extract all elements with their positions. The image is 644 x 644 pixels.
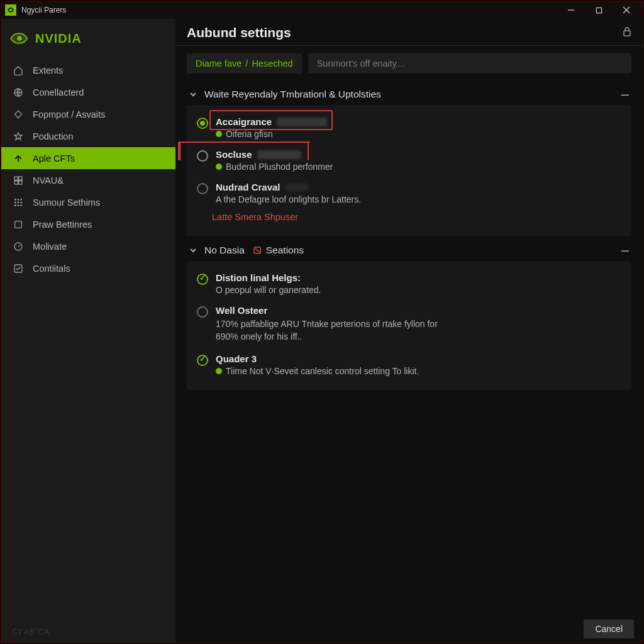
section-2: No Dasia Seations – Distion linal Helgs:… [187, 240, 631, 390]
search-box[interactable] [308, 53, 631, 74]
sidebar-item-label: Conellacterd [33, 87, 84, 97]
page-header: Aubund settings [175, 19, 643, 46]
nvidia-logo-icon [10, 30, 29, 47]
option-title: Well Osteer [216, 305, 267, 316]
option-subtitle: Oiferia gfisn [226, 129, 273, 139]
blur-placeholder [257, 150, 301, 159]
check-checked-icon[interactable] [197, 355, 208, 366]
svg-point-10 [14, 199, 16, 200]
section-1-title: Waite Reyendaly Tmbrationl & Uptolsties [204, 89, 381, 100]
sidebar-item-label: Molivate [33, 242, 67, 252]
blur-placeholder [286, 184, 308, 191]
chevron-down-icon [188, 89, 198, 99]
sidebar-item-label: NVAU& [33, 175, 64, 186]
app-window: Ngycii Parers NVIDIA ExtentsConellacterd… [1, 1, 643, 643]
sidebar-item-contiitals[interactable]: Contiitals [1, 257, 175, 279]
section-2-header[interactable]: No Dasia Seations – [187, 240, 631, 261]
globe-icon [13, 87, 24, 98]
radio-icon[interactable] [197, 183, 208, 194]
sidebar-item-sumour-sethims[interactable]: Sumour Sethims [1, 191, 175, 213]
square-icon [13, 219, 24, 230]
svg-point-14 [18, 201, 19, 203]
home-icon [13, 65, 24, 76]
brand-wordmark: NVIDIA [35, 31, 82, 46]
search-input[interactable] [317, 58, 623, 69]
blur-placeholder [277, 118, 327, 126]
minimize-button[interactable] [557, 1, 585, 19]
option-well-osteer[interactable]: Well Osteer 170% paffablige ARU Tntake p… [187, 300, 631, 348]
sidebar-item-label: Extents [33, 65, 63, 75]
option-title: Accaigrance [216, 116, 272, 127]
svg-rect-8 [14, 180, 18, 184]
collapse-icon[interactable]: – [621, 247, 631, 253]
breadcrumb-a: Diame fave [196, 58, 242, 69]
arrow-up-icon [13, 153, 24, 164]
section-1-header[interactable]: Waite Reyendaly Tmbrationl & Uptolsties … [187, 84, 631, 105]
option-subtitle: A the Defagre loof onlights br Latters. [216, 194, 361, 204]
sidebar-item-extents[interactable]: Extents [1, 59, 175, 81]
option-title: Distion linal Helgs: [216, 272, 301, 283]
option-title: Socluse [216, 149, 252, 160]
sidebar: NVIDIA ExtentsConellacterdFopmpot / Asva… [1, 19, 175, 643]
svg-rect-1 [596, 8, 601, 13]
svg-point-17 [18, 204, 19, 206]
option-nudrad[interactable]: Nudrad Craval A the Defagre loof onlight… [187, 177, 631, 209]
nav-list: ExtentsConellacterdFopmpot / AsvaitsPodu… [1, 59, 175, 279]
warning-text: Latte Smera Shpuser [187, 209, 631, 227]
alert-icon [252, 245, 262, 255]
radio-icon[interactable] [197, 150, 208, 162]
collapse-icon[interactable]: – [621, 91, 631, 97]
gauge-icon [13, 241, 24, 252]
sidebar-item-nvau-[interactable]: NVAU& [1, 169, 175, 191]
svg-point-4 [17, 36, 22, 41]
cancel-button[interactable]: Cancel [584, 619, 634, 638]
sidebar-item-fopmpot-asvaits[interactable]: Fopmpot / Asvaits [1, 103, 175, 125]
maximize-button[interactable] [585, 1, 613, 19]
titlebar: Ngycii Parers [1, 1, 643, 19]
sidebar-item-aple-cfts[interactable]: Aple CFTs [1, 147, 175, 169]
option-accaigrance[interactable]: Accaigrance Oiferia gfisn [187, 111, 631, 144]
check-checked-icon[interactable] [197, 274, 208, 285]
option-distion[interactable]: Distion linal Helgs: O peopul will or ga… [187, 267, 631, 300]
option-title: Nudrad Craval [216, 182, 280, 192]
svg-point-13 [14, 201, 16, 203]
svg-point-15 [21, 201, 22, 203]
sidebar-item-molivate[interactable]: Molivate [1, 235, 175, 257]
page-title: Aubund settings [187, 25, 623, 40]
sidebar-footer: CIʹABʹCA [1, 621, 175, 643]
close-button[interactable] [613, 1, 640, 19]
star-icon [13, 131, 24, 142]
sidebar-item-poduction[interactable]: Poduction [1, 125, 175, 147]
svg-point-11 [18, 199, 19, 200]
sidebar-item-conellacterd[interactable]: Conellacterd [1, 81, 175, 103]
svg-rect-7 [19, 177, 22, 180]
svg-rect-19 [15, 221, 22, 228]
grid4-icon [13, 175, 24, 186]
bottom-bar: Cancel [175, 615, 643, 643]
status-dot-icon [216, 131, 222, 137]
diamond-icon [13, 109, 24, 120]
section-2-title-a: No Dasia [204, 245, 245, 256]
option-quader3[interactable]: Quader 3 Tiime Not V·Seveit canlesic con… [187, 348, 631, 381]
content-pane: Aubund settings Diame fave / Heseched [175, 19, 643, 643]
option-subtitle: Buderal Plushod perfonmer [226, 162, 333, 172]
option-title: Quader 3 [216, 353, 257, 364]
svg-rect-6 [14, 177, 18, 180]
sidebar-item-praw-bettinres[interactable]: Praw Bettinres [1, 213, 175, 235]
svg-point-18 [21, 204, 22, 206]
sidebar-item-label: Praw Bettinres [33, 219, 92, 230]
svg-line-24 [255, 248, 259, 252]
option-socluse[interactable]: Socluse Buderal Plushod perfonmer [187, 144, 631, 177]
option-subtitle: O peopul will or ganerated. [216, 285, 321, 295]
breadcrumb-chip[interactable]: Diame fave / Heseched [187, 53, 302, 74]
status-dot-icon [216, 368, 222, 374]
sidebar-item-label: Fopmpot / Asvaits [33, 109, 105, 119]
grid9-icon [13, 197, 24, 208]
sidebar-item-label: Sumour Sethims [33, 197, 100, 208]
status-dot-icon [216, 164, 222, 170]
radio-checked-icon[interactable] [197, 118, 208, 129]
breadcrumb-b: Heseched [252, 58, 292, 69]
svg-rect-9 [19, 180, 22, 184]
app-title: Ngycii Parers [21, 6, 66, 14]
radio-icon[interactable] [197, 306, 208, 318]
